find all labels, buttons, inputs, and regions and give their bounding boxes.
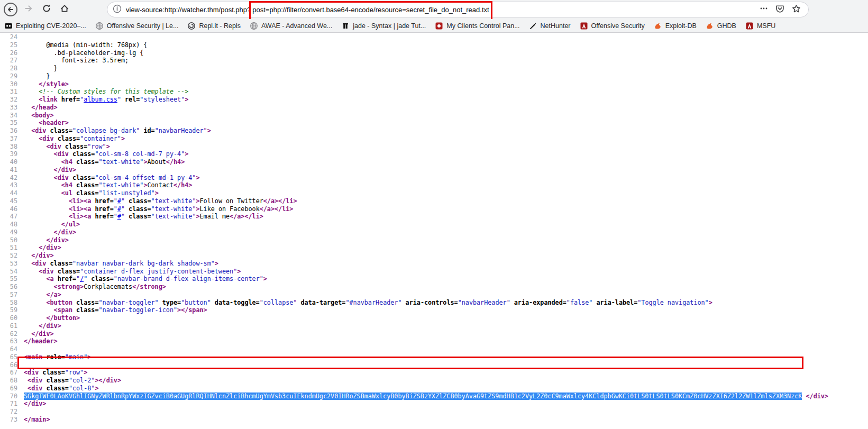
source-link[interactable]: # [117,197,121,205]
line-number: 26 [0,49,17,57]
forward-icon [24,4,33,15]
home-button[interactable] [57,2,72,17]
source-line-29: 29 } [0,72,868,80]
back-button[interactable] [3,2,18,17]
bookmark-star-icon[interactable] [792,4,801,15]
line-number: 24 [0,33,17,41]
source-line-28: 28 } [0,65,868,72]
source-line-66: 66 [0,361,868,369]
globe-favicon-icon [95,22,104,30]
source-line-53: 53 <div class="navbar navbar-dark bg-dar… [0,260,868,268]
bookmarks-bar: Exploiting CVE-2020–...Offensive Securit… [0,19,868,33]
source-line-54: 54 <div class="container d-flex justify-… [0,268,868,276]
bookmark-label: Exploiting CVE-2020–... [16,22,86,30]
source-line-37: 37 <div class="container"> [0,135,868,143]
source-line-49: 49 </div> [0,229,868,236]
line-number: 56 [0,283,17,291]
page-actions-icon[interactable] [760,4,768,15]
line-number: 31 [0,88,17,96]
url-prefix: view-source:http://watcher.thm/post.php? [126,6,251,14]
bookmark-item[interactable]: Repl.it - Repls [187,22,241,30]
source-line-58: 58 <button class="navbar-toggler" type="… [0,299,868,307]
line-number: 60 [0,314,17,322]
line-number: 58 [0,299,17,307]
bookmark-item[interactable]: AWAE - Advanced We... [250,22,332,30]
pocket-icon[interactable] [775,4,784,15]
bookmark-item[interactable]: NetHunter [529,22,571,30]
bookmark-label: Offensive Security | Le... [107,22,179,30]
line-number: 41 [0,166,17,174]
line-number: 49 [0,229,17,236]
url-text: view-source:http://watcher.thm/post.php?… [126,6,491,14]
source-line-34: 34 <body> [0,112,868,120]
line-number: 40 [0,158,17,166]
line-number: 29 [0,72,17,80]
source-line-70: 70SGkgTWF0LAoKVGhlIGNyZWRlbnRpYWxzIGZvci… [0,393,868,400]
bookmark-item[interactable]: GHDB [706,22,736,30]
source-line-27: 27 font-size: 3.5rem; [0,57,868,65]
source-line-44: 44 <ul class="list-unstyled"> [0,189,868,197]
bookmark-label: jade - Syntax | jade Tut... [353,22,426,30]
line-number: 59 [0,306,17,314]
forward-button[interactable] [21,2,36,17]
reload-button[interactable] [39,2,54,17]
source-line-60: 60 </button> [0,314,868,322]
line-number: 33 [0,104,17,112]
selected-base64-text: SGkgTWF0LAoKVGhlIGNyZWRlbnRpYWxzIGZvciB0… [24,393,802,400]
site-info-icon[interactable] [113,4,122,15]
source-line-39: 39 <div class="col-sm-8 col-md-7 py-4"> [0,150,868,158]
source-line-71: 71</div> [0,400,868,408]
line-number: 72 [0,408,17,416]
line-number: 57 [0,291,17,299]
line-number: 27 [0,57,17,65]
source-line-30: 30 </style> [0,80,868,88]
bookmark-item[interactable]: MSFU [745,22,775,30]
line-number: 44 [0,189,17,197]
source-line-35: 35 <header> [0,119,868,127]
ghdb-favicon-icon [706,22,714,30]
line-number: 38 [0,143,17,151]
source-line-62: 62 </div> [0,330,868,338]
bookmark-label: MSFU [757,22,775,30]
source-line-65: 65<main role="main"> [0,353,868,361]
line-number: 39 [0,150,17,158]
source-line-50: 50 </div> [0,236,868,244]
browser-toolbar: view-source:http://watcher.thm/post.php?… [0,0,868,19]
url-bar-actions [760,4,803,15]
line-number: 47 [0,213,17,221]
line-number: 25 [0,41,17,49]
line-number: 64 [0,345,17,353]
line-number: 66 [0,361,17,369]
view-source-content[interactable]: 2425 @media (min-width: 768px) {26 .bd-p… [0,33,868,429]
bookmark-item[interactable]: Exploit-DB [654,22,697,30]
source-line-42: 42 <div class="col-sm-4 offset-md-1 py-4… [0,174,868,182]
source-link[interactable]: # [117,205,121,213]
source-line-68: 68 <div class="col-2"></div> [0,377,868,385]
bookmark-item[interactable]: Offensive Security | Le... [95,22,179,30]
bookmark-item[interactable]: Offensive Security [580,22,645,30]
line-number: 30 [0,80,17,88]
bookmark-item[interactable]: jade - Syntax | jade Tut... [341,22,426,30]
source-link[interactable]: album.css [84,96,117,103]
line-number: 51 [0,244,17,252]
source-line-31: 31 <!-- Custom styles for this template … [0,88,868,96]
line-number: 62 [0,330,17,338]
bookmark-label: Repl.it - Repls [199,22,241,30]
bookmark-item[interactable]: My Clients Control Pan... [435,22,519,30]
line-number: 43 [0,181,17,189]
url-bar[interactable]: view-source:http://watcher.thm/post.php?… [107,2,809,17]
home-icon [60,4,69,15]
bookmark-label: GHDB [717,22,736,30]
browser-window: view-source:http://watcher.thm/post.php?… [0,0,868,429]
bookmark-item[interactable]: Exploiting CVE-2020–... [4,22,86,30]
source-line-43: 43 <h4 class="text-white">Contact</h4> [0,181,868,189]
line-number: 65 [0,353,17,361]
nethunter-favicon-icon [529,22,537,30]
cve-article-favicon-icon [4,22,13,30]
msfu-favicon-icon [745,22,754,30]
source-link[interactable]: # [117,213,121,220]
line-number: 36 [0,127,17,135]
source-line-40: 40 <h4 class="text-white">About</h4> [0,158,868,166]
line-number: 35 [0,119,17,127]
line-number: 52 [0,252,17,260]
